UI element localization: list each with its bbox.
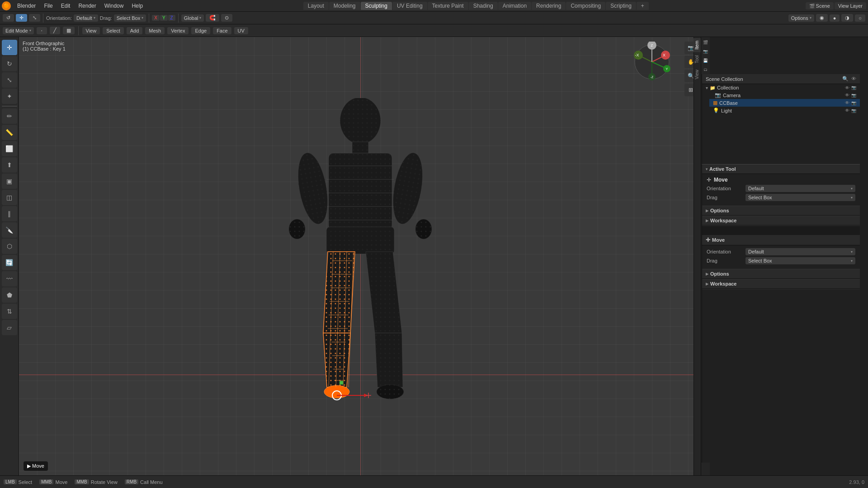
menu-render[interactable]: Render: [75, 2, 99, 10]
transform-rotate-btn[interactable]: ↺: [3, 14, 14, 22]
poly-build-btn[interactable]: ⬡: [2, 239, 17, 254]
shear-btn[interactable]: ▱: [2, 320, 17, 335]
props-render-icon[interactable]: 📷: [702, 48, 709, 55]
select-menu-btn[interactable]: Select: [103, 27, 124, 34]
scene-selector[interactable]: 🎬 Scene: [806, 2, 834, 9]
transform-move-btn[interactable]: ✛: [16, 14, 27, 22]
x-coord-btn[interactable]: X: [152, 15, 160, 21]
spin-btn[interactable]: 🔄: [2, 255, 17, 270]
options-header[interactable]: ▶ Options: [702, 206, 860, 216]
vertex-select-btn[interactable]: ⬝: [37, 27, 47, 34]
menu-file[interactable]: File: [40, 2, 56, 10]
transform-scale-btn[interactable]: ⤡: [29, 14, 40, 22]
options-dropdown[interactable]: Options ▾: [788, 14, 814, 22]
bevel-btn[interactable]: ◫: [2, 190, 17, 205]
workspace-header[interactable]: ▶ Workspace: [702, 216, 860, 225]
viewport-3d[interactable]: Front Orthographic (1) CCBase : Key 1: [19, 37, 702, 475]
ccbase-visibility-icon[interactable]: 👁: [845, 100, 849, 105]
outliner-ccbase[interactable]: ▦ CCBase 👁 📷: [709, 99, 860, 107]
menu-help[interactable]: Help: [128, 2, 146, 10]
blender-logo-icon[interactable]: 🟠: [2, 1, 11, 10]
drag-prop-label: Drag: [707, 195, 743, 200]
tab-uv-editing[interactable]: UV Editing: [392, 2, 427, 10]
svg-text:-Z: -Z: [651, 75, 654, 79]
transform-tool-btn[interactable]: ✦: [2, 89, 17, 104]
camera-render-icon[interactable]: 📷: [851, 93, 856, 98]
collection-visibility-icon[interactable]: 👁: [845, 85, 849, 90]
outliner-collection[interactable]: ▾ 📁 Collection 👁 📷: [702, 84, 860, 91]
camera-visibility-icon[interactable]: 👁: [845, 93, 849, 98]
edit-mode-dropdown[interactable]: Edit Mode ▾: [3, 27, 34, 34]
viewport-render-btn[interactable]: ○: [855, 14, 865, 22]
uv-menu-btn[interactable]: UV: [234, 27, 248, 34]
viewport-solid-btn[interactable]: ●: [830, 14, 840, 22]
global-dropdown[interactable]: Global ▾: [181, 14, 204, 22]
snap-btn[interactable]: 🧲: [206, 14, 219, 22]
move-drag-dropdown[interactable]: Select Box ▾: [745, 257, 855, 264]
vertex-menu-btn[interactable]: Vertex: [167, 27, 189, 34]
proportional-btn[interactable]: ⊙: [221, 14, 232, 22]
scale-tool-btn[interactable]: ⤡: [2, 72, 17, 88]
loop-cut-btn[interactable]: ∥: [2, 206, 17, 221]
extrude-btn[interactable]: ⬆: [2, 157, 17, 173]
move-tool-btn[interactable]: ✛: [2, 40, 17, 55]
measure-btn[interactable]: 📏: [2, 125, 17, 140]
push-pull-btn[interactable]: ⇅: [2, 304, 17, 319]
workspace-2-header[interactable]: ▶ Workspace: [702, 279, 860, 289]
tab-texture-paint[interactable]: Texture Paint: [428, 2, 468, 10]
y-coord-btn[interactable]: Y: [160, 15, 168, 21]
view-layer-selector[interactable]: View Layer: [835, 2, 866, 9]
drag-dropdown[interactable]: Select Box ▾: [114, 14, 146, 22]
light-render-icon[interactable]: 📷: [851, 108, 856, 113]
tab-sculpting[interactable]: Sculpting: [361, 2, 392, 10]
inset-btn[interactable]: ▣: [2, 174, 17, 189]
ccbase-render-icon[interactable]: 📷: [851, 101, 856, 105]
light-visibility-icon[interactable]: 👁: [845, 108, 849, 113]
rotate-tool-btn[interactable]: ↻: [2, 56, 17, 71]
navigation-gizmo[interactable]: X -X Z -Z Y: [632, 42, 672, 84]
tab-shading[interactable]: Shading: [469, 2, 498, 10]
move-orient-dropdown[interactable]: Default ▾: [745, 248, 855, 255]
add-cube-btn[interactable]: ⬜: [2, 141, 17, 156]
edge-menu-btn[interactable]: Edge: [191, 27, 210, 34]
z-coord-btn[interactable]: Z: [168, 15, 175, 21]
orient-value-dropdown[interactable]: Default ▾: [745, 185, 855, 192]
add-menu-btn[interactable]: Add: [127, 27, 143, 34]
tab-compositing[interactable]: Compositing: [566, 2, 605, 10]
orientation-dropdown[interactable]: Default ▾: [74, 14, 98, 22]
outliner-camera[interactable]: 📷 Camera 👁 📷: [709, 91, 860, 99]
edge-select-btn[interactable]: ╱: [50, 27, 60, 34]
options-2-header[interactable]: ▶ Options: [702, 269, 860, 279]
viewport-material-btn[interactable]: ◑: [841, 14, 853, 22]
view-menu-btn[interactable]: View: [82, 27, 100, 34]
face-select-btn[interactable]: ▦: [63, 27, 75, 34]
menu-blender[interactable]: Blender: [14, 2, 39, 10]
tab-rendering[interactable]: Rendering: [532, 2, 566, 10]
shrink-fatten-btn[interactable]: ⬟: [2, 287, 17, 303]
props-view-layer-icon[interactable]: 🗂: [702, 66, 709, 73]
active-tool-header[interactable]: ▾ Active Tool: [702, 164, 860, 174]
collection-render-icon[interactable]: 📷: [851, 85, 856, 90]
outliner-light[interactable]: 💡 Light 👁 📷: [709, 107, 860, 114]
mesh-menu-btn[interactable]: Mesh: [145, 27, 165, 34]
outliner-filter-icon[interactable]: 🔍: [842, 76, 849, 82]
tab-scripting[interactable]: Scripting: [606, 2, 636, 10]
drag-value-dropdown[interactable]: Select Box ▾: [745, 194, 855, 201]
menu-window[interactable]: Window: [101, 2, 127, 10]
move-orient-arrow-icon: ▾: [851, 250, 853, 254]
outliner-view-icon[interactable]: 👁: [851, 76, 856, 82]
knife-btn[interactable]: 🔪: [2, 222, 17, 238]
tab-modeling[interactable]: Modeling: [329, 2, 360, 10]
annotate-btn[interactable]: ✏: [2, 108, 17, 124]
viewport-shading-btn[interactable]: ◉: [816, 14, 828, 22]
tab-animation[interactable]: Animation: [498, 2, 531, 10]
face-menu-btn[interactable]: Face: [213, 27, 231, 34]
svg-marker-26: [375, 333, 403, 387]
menu-edit[interactable]: Edit: [57, 2, 74, 10]
tab-layout[interactable]: Layout: [303, 2, 329, 10]
move-drag-row: Drag Select Box ▾: [707, 257, 855, 264]
props-scene-icon[interactable]: 🎬: [702, 39, 709, 46]
tab-add[interactable]: +: [637, 2, 649, 10]
smooth-btn[interactable]: 〰: [2, 271, 17, 286]
props-output-icon[interactable]: 💾: [702, 57, 709, 64]
